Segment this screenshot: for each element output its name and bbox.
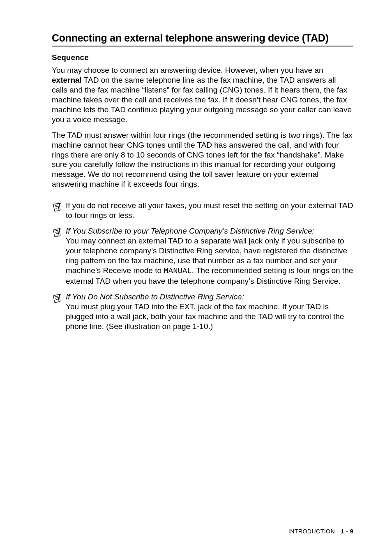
svg-line-2: [55, 206, 59, 207]
para1-bold: external: [52, 76, 82, 84]
note-1-body: If you do not receive all your faxes, yo…: [66, 201, 353, 220]
paragraph-2: The TAD must answer within four rings (t…: [52, 130, 353, 190]
note-2-mono: MANUAL: [164, 266, 191, 276]
note-icon: [52, 202, 63, 213]
svg-line-6: [55, 230, 58, 231]
note-3: If You Do Not Subscribe to Distinctive R…: [52, 292, 353, 331]
svg-line-12: [55, 297, 59, 298]
note-icon: [52, 293, 63, 304]
page-heading: Connecting an external telephone answeri…: [52, 32, 353, 44]
note-icon: [52, 227, 63, 239]
paragraph-1: You may choose to connect an answering d…: [52, 65, 353, 125]
svg-line-7: [55, 232, 59, 233]
heading-rule: [52, 46, 353, 46]
section-subheading: Sequence: [52, 53, 353, 62]
page-footer: INTRODUCTION 1 - 9: [288, 528, 353, 535]
note-2: If You Subscribe to your Telephone Compa…: [52, 226, 353, 286]
footer-label: INTRODUCTION: [288, 528, 335, 535]
svg-line-1: [55, 205, 58, 206]
svg-line-11: [55, 296, 58, 297]
note-3-title: If You Do Not Subscribe to Distinctive R…: [66, 292, 244, 301]
footer-page-number: 1 - 9: [341, 528, 353, 535]
note-3-body: If You Do Not Subscribe to Distinctive R…: [66, 292, 353, 331]
note-2-title: If You Subscribe to your Telephone Compa…: [66, 227, 314, 235]
para1-text-b: TAD on the same telephone line as the fa…: [52, 76, 352, 124]
note-2-body: If You Subscribe to your Telephone Compa…: [66, 226, 353, 286]
para1-text-a: You may choose to connect an answering d…: [52, 66, 323, 74]
note-3-text: You must plug your TAD into the EXT. jac…: [66, 302, 344, 331]
note-1: If you do not receive all your faxes, yo…: [52, 201, 353, 220]
